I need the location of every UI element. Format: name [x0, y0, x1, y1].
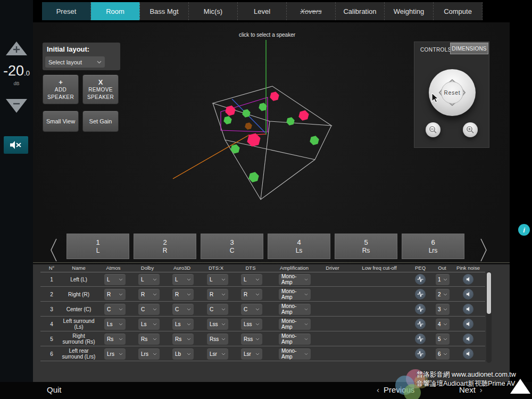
- carousel-next-button[interactable]: [479, 238, 488, 262]
- peq-button[interactable]: [415, 304, 426, 314]
- speaker-marker-pink[interactable]: [247, 133, 260, 146]
- peq-button[interactable]: [415, 334, 426, 344]
- small-view-button[interactable]: Small View: [43, 111, 79, 132]
- previous-button[interactable]: ‹ Previous: [377, 385, 414, 394]
- volume-up-button[interactable]: [4, 40, 29, 56]
- auro3d-select[interactable]: Rs: [172, 334, 194, 345]
- out-select[interactable]: 6: [436, 348, 450, 360]
- top-tab[interactable]: Mic(s): [189, 2, 238, 20]
- remove-speaker-button[interactable]: X REMOVE SPEAKER: [82, 74, 119, 104]
- speaker-marker-green[interactable]: [230, 144, 239, 153]
- out-select[interactable]: 1: [436, 274, 450, 285]
- peq-button[interactable]: [415, 274, 426, 285]
- speaker-card[interactable]: 5 Rs: [335, 234, 397, 259]
- add-speaker-button[interactable]: + ADD SPEAKER: [43, 74, 79, 104]
- scrollbar-thumb[interactable]: [487, 272, 491, 314]
- layout-select[interactable]: Select layout: [45, 56, 105, 68]
- speaker-marker-green[interactable]: [242, 109, 250, 117]
- dts-select[interactable]: Lss: [241, 319, 262, 330]
- speaker-marker-green[interactable]: [223, 116, 231, 124]
- pink-noise-button[interactable]: [463, 289, 473, 300]
- peq-button[interactable]: [415, 348, 426, 359]
- amplification-select[interactable]: Mono-Amp: [279, 304, 311, 315]
- speaker-marker-green[interactable]: [310, 136, 319, 145]
- top-tab[interactable]: Weighting: [385, 2, 434, 20]
- speaker-card[interactable]: 6 Lrs: [402, 234, 464, 259]
- speaker-card[interactable]: 2 R: [134, 234, 196, 259]
- peq-button[interactable]: [415, 319, 426, 329]
- dtsx-select[interactable]: L: [207, 274, 228, 285]
- top-tab[interactable]: Bass Mgt: [140, 2, 189, 20]
- auro3d-select[interactable]: C: [172, 304, 194, 315]
- out-select[interactable]: 3: [436, 304, 450, 315]
- top-tab[interactable]: Calibration: [336, 2, 385, 20]
- out-select[interactable]: 2: [436, 289, 450, 300]
- reset-button[interactable]: Reset: [441, 81, 463, 104]
- speaker-marker-pink[interactable]: [298, 110, 309, 120]
- speaker-card[interactable]: 4 Ls: [268, 234, 330, 259]
- mute-button[interactable]: [4, 136, 28, 154]
- listener-marker[interactable]: [245, 122, 252, 130]
- dtsx-select[interactable]: Lsr: [207, 348, 228, 360]
- rotation-dial[interactable]: Reset: [429, 69, 476, 116]
- dts-select[interactable]: Lsr: [241, 348, 262, 360]
- speaker-marker-green[interactable]: [286, 117, 294, 125]
- speaker-card[interactable]: 3 C: [201, 234, 263, 259]
- dts-select[interactable]: Rss: [241, 334, 262, 345]
- atmos-select[interactable]: Ls: [104, 319, 126, 330]
- zoom-in-button[interactable]: [463, 122, 478, 137]
- amplification-select[interactable]: Mono-Amp: [279, 348, 311, 360]
- zoom-out-button[interactable]: [426, 122, 440, 137]
- set-gain-button[interactable]: Set Gain: [82, 111, 119, 132]
- speaker-card[interactable]: 1 L: [66, 234, 129, 259]
- dts-select[interactable]: R: [241, 289, 262, 300]
- next-button[interactable]: Next ›: [459, 385, 483, 394]
- atmos-select[interactable]: Rs: [104, 334, 126, 345]
- auro3d-select[interactable]: R: [172, 289, 194, 300]
- pink-noise-button[interactable]: [463, 304, 473, 314]
- atmos-select[interactable]: R: [104, 289, 126, 300]
- speaker-marker-pink[interactable]: [225, 105, 235, 115]
- atmos-select[interactable]: C: [104, 304, 126, 315]
- amplification-select[interactable]: Mono-Amp: [279, 319, 311, 330]
- quit-button[interactable]: Quit: [47, 385, 62, 394]
- dtsx-select[interactable]: Rss: [207, 334, 228, 345]
- dtsx-select[interactable]: Lss: [207, 319, 228, 330]
- room-3d-svg[interactable]: [161, 28, 373, 219]
- dolby-select[interactable]: Ls: [138, 319, 160, 330]
- out-select[interactable]: 5: [436, 334, 450, 345]
- volume-down-button[interactable]: [4, 98, 29, 114]
- peq-button[interactable]: [415, 289, 426, 300]
- pink-noise-button[interactable]: [463, 348, 473, 359]
- tab-controls[interactable]: CONTROLS: [420, 47, 452, 53]
- amplification-select[interactable]: Mono-Amp: [279, 334, 311, 345]
- dolby-select[interactable]: L: [138, 274, 160, 285]
- top-tab[interactable]: Xovers: [287, 2, 336, 20]
- atmos-select[interactable]: L: [104, 274, 126, 285]
- pink-noise-button[interactable]: [463, 274, 473, 285]
- amplification-select[interactable]: Mono-Amp: [279, 289, 311, 300]
- dtsx-select[interactable]: C: [207, 304, 228, 315]
- top-tab[interactable]: Preset: [42, 2, 91, 20]
- dolby-select[interactable]: R: [138, 289, 160, 300]
- atmos-select[interactable]: Lrs: [104, 348, 126, 360]
- dolby-select[interactable]: Rs: [138, 334, 160, 345]
- dtsx-select[interactable]: R: [207, 289, 228, 300]
- amplification-select[interactable]: Mono-Amp: [279, 274, 311, 285]
- carousel-prev-button[interactable]: [49, 238, 59, 262]
- top-tab[interactable]: Compute: [434, 2, 483, 20]
- dolby-select[interactable]: Lrs: [138, 348, 160, 360]
- speaker-marker-pink[interactable]: [270, 92, 279, 101]
- auro3d-select[interactable]: Lb: [172, 348, 194, 360]
- table-scrollbar[interactable]: [486, 271, 492, 363]
- tab-dimensions[interactable]: DIMENSIONS: [450, 43, 488, 54]
- dolby-select[interactable]: C: [138, 304, 160, 315]
- pink-noise-button[interactable]: [463, 319, 473, 329]
- speaker-marker-green[interactable]: [248, 172, 259, 182]
- dts-select[interactable]: L: [241, 274, 262, 285]
- auro3d-select[interactable]: Ls: [172, 319, 194, 330]
- dts-select[interactable]: C: [241, 304, 262, 315]
- auro3d-select[interactable]: L: [172, 274, 194, 285]
- info-button[interactable]: i: [518, 224, 530, 236]
- top-tab[interactable]: Room: [91, 2, 140, 20]
